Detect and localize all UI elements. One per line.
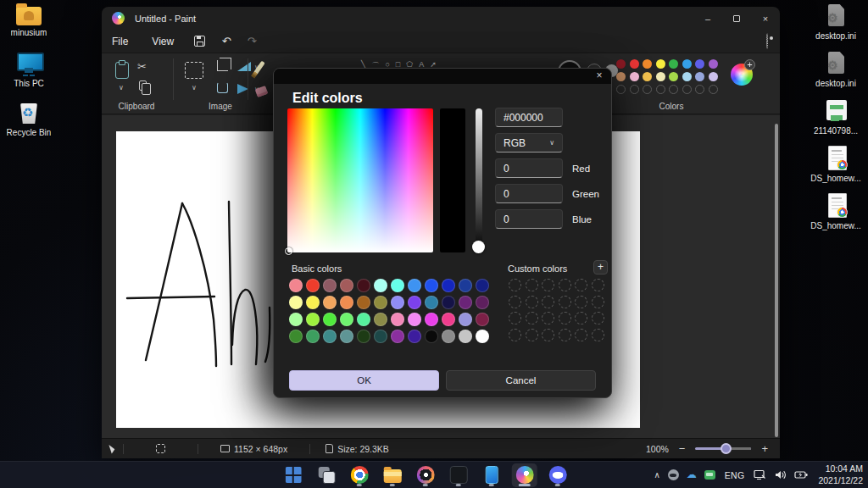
palette-empty-slot[interactable] — [682, 85, 692, 94]
palette-empty-slot[interactable] — [616, 85, 626, 94]
custom-color-empty-slot[interactable] — [559, 279, 571, 291]
basic-color-swatch[interactable] — [408, 279, 421, 292]
color-mode-dropdown[interactable]: RGB ∨ — [495, 133, 563, 152]
desktop-icon-ds-homew[interactable]: DS_homew... — [807, 146, 865, 183]
palette-swatch[interactable] — [643, 72, 652, 81]
palette-swatch[interactable] — [709, 59, 718, 69]
green-value-input[interactable] — [495, 184, 563, 203]
basic-color-swatch[interactable] — [306, 279, 320, 292]
palette-swatch[interactable] — [669, 59, 678, 69]
basic-color-swatch[interactable] — [323, 279, 337, 292]
minimize-button[interactable]: – — [693, 7, 722, 30]
basic-color-swatch[interactable] — [425, 330, 438, 343]
basic-color-swatch[interactable] — [289, 279, 303, 292]
desktop-icon-desktop-ini[interactable]: desktop.ini — [807, 3, 865, 41]
dialog-close-icon[interactable]: × — [593, 69, 606, 81]
palette-swatch[interactable] — [682, 72, 692, 81]
select-chevron-icon[interactable]: ∨ — [192, 84, 197, 92]
onedrive-cloud-icon[interactable]: ☁ — [687, 469, 697, 480]
basic-color-swatch[interactable] — [459, 296, 472, 309]
custom-color-empty-slot[interactable] — [509, 296, 521, 308]
custom-color-empty-slot[interactable] — [592, 312, 604, 324]
custom-color-empty-slot[interactable] — [542, 296, 554, 308]
custom-color-empty-slot[interactable] — [592, 279, 604, 291]
custom-color-empty-slot[interactable] — [509, 279, 521, 291]
palette-swatch[interactable] — [616, 72, 626, 81]
desktop-icon-desktop-ini[interactable]: desktop.ini — [807, 51, 865, 88]
desktop-icon-ds-homew[interactable]: DS_homew... — [807, 193, 865, 230]
red-value-input[interactable] — [495, 158, 563, 178]
clock[interactable]: 10:04 AM 2021/12/22 — [816, 463, 863, 485]
custom-color-empty-slot[interactable] — [559, 329, 571, 341]
basic-color-swatch[interactable] — [357, 279, 370, 292]
custom-color-empty-slot[interactable] — [592, 329, 604, 341]
basic-color-swatch[interactable] — [476, 279, 489, 292]
basic-color-swatch[interactable] — [289, 330, 303, 343]
basic-color-swatch[interactable] — [357, 313, 370, 326]
rotate-icon[interactable] — [217, 82, 228, 93]
palette-empty-slot[interactable] — [656, 85, 665, 94]
select-tool[interactable] — [185, 62, 203, 79]
palette-swatch[interactable] — [709, 72, 718, 81]
palette-swatch[interactable] — [695, 59, 704, 69]
language-indicator[interactable]: ENG — [723, 470, 747, 480]
custom-color-empty-slot[interactable] — [559, 312, 571, 324]
basic-color-swatch[interactable] — [459, 330, 472, 343]
custom-color-empty-slot[interactable] — [509, 312, 521, 324]
taskbar-start-icon[interactable] — [281, 463, 306, 487]
taskbar-media-icon[interactable] — [413, 463, 438, 487]
basic-color-swatch[interactable] — [391, 313, 404, 326]
add-custom-color-button[interactable]: + — [593, 260, 608, 274]
basic-color-swatch[interactable] — [340, 313, 353, 326]
basic-color-swatch[interactable] — [391, 279, 404, 292]
basic-color-swatch[interactable] — [306, 296, 320, 309]
desktop-icon-this-pc[interactable]: This PC — [0, 49, 58, 88]
titlebar[interactable]: Untitled - Paint – × — [102, 7, 780, 30]
palette-empty-slot[interactable] — [695, 85, 704, 94]
display-tray-icon[interactable] — [704, 470, 715, 480]
settings-gear-icon[interactable] — [766, 34, 768, 49]
basic-color-swatch[interactable] — [289, 296, 303, 309]
basic-color-swatch[interactable] — [340, 279, 353, 292]
custom-color-empty-slot[interactable] — [526, 312, 538, 324]
basic-color-swatch[interactable] — [442, 313, 455, 326]
save-icon[interactable] — [194, 36, 205, 47]
basic-color-swatch[interactable] — [442, 296, 455, 309]
taskbar-paint-icon[interactable] — [512, 463, 537, 487]
basic-color-swatch[interactable] — [391, 330, 404, 343]
basic-color-swatch[interactable] — [357, 330, 370, 343]
custom-color-empty-slot[interactable] — [542, 279, 554, 291]
close-button[interactable]: × — [751, 7, 780, 30]
basic-color-swatch[interactable] — [306, 313, 320, 326]
basic-color-swatch[interactable] — [340, 330, 353, 343]
zoom-slider[interactable] — [695, 447, 751, 450]
taskbar-discord-icon[interactable] — [545, 463, 570, 487]
custom-color-empty-slot[interactable] — [575, 279, 587, 291]
custom-color-empty-slot[interactable] — [526, 329, 538, 341]
taskbar-phone-icon[interactable] — [479, 463, 504, 487]
custom-color-empty-slot[interactable] — [575, 312, 587, 324]
taskbar-folder-icon[interactable] — [380, 463, 405, 487]
edit-colors-wheel-button[interactable] — [731, 64, 753, 86]
value-slider[interactable] — [476, 108, 482, 252]
basic-color-swatch[interactable] — [340, 296, 353, 309]
basic-color-swatch[interactable] — [391, 296, 404, 309]
blue-value-input[interactable] — [495, 209, 563, 229]
custom-color-empty-slot[interactable] — [526, 296, 538, 308]
hex-color-input[interactable] — [495, 108, 563, 127]
palette-empty-slot[interactable] — [669, 85, 678, 94]
network-icon[interactable] — [754, 469, 766, 480]
custom-color-empty-slot[interactable] — [575, 296, 587, 308]
basic-color-swatch[interactable] — [476, 313, 489, 326]
value-slider-thumb[interactable] — [472, 241, 485, 253]
basic-color-swatch[interactable] — [459, 313, 472, 326]
palette-swatch[interactable] — [616, 59, 626, 69]
copy-icon[interactable] — [139, 80, 147, 91]
desktop-icon-minusium[interactable]: minusium — [0, 0, 58, 37]
basic-color-swatch[interactable] — [476, 330, 489, 343]
basic-color-swatch[interactable] — [306, 330, 320, 343]
palette-swatch[interactable] — [630, 59, 639, 69]
custom-color-empty-slot[interactable] — [575, 329, 587, 341]
redo-icon[interactable]: ↷ — [241, 35, 263, 47]
resize-icon[interactable] — [237, 62, 251, 71]
